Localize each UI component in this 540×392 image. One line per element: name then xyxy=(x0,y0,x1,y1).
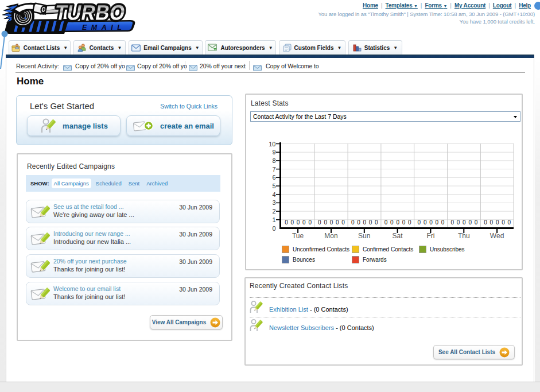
svg-text:Tue: Tue xyxy=(292,232,304,240)
svg-text:0: 0 xyxy=(363,219,367,226)
svg-text:0: 0 xyxy=(291,219,294,226)
svg-text:9: 9 xyxy=(272,149,275,156)
svg-text:0: 0 xyxy=(351,219,355,226)
svg-text:5: 5 xyxy=(272,183,275,189)
svg-text:0: 0 xyxy=(357,219,360,226)
svg-text:0: 0 xyxy=(272,225,275,232)
svg-text:0: 0 xyxy=(390,219,394,226)
svg-text:0: 0 xyxy=(468,219,472,226)
svg-text:0: 0 xyxy=(384,219,388,226)
svg-text:0: 0 xyxy=(330,219,333,226)
svg-text:0: 0 xyxy=(308,219,312,226)
svg-text:0: 0 xyxy=(369,219,372,226)
svg-text:0: 0 xyxy=(502,219,505,226)
svg-text:0: 0 xyxy=(457,219,460,226)
svg-text:0: 0 xyxy=(341,219,345,226)
svg-text:EMAIL: EMAIL xyxy=(82,24,126,32)
svg-text:0: 0 xyxy=(408,219,411,226)
svg-text:Sun: Sun xyxy=(358,232,370,240)
svg-text:Mon: Mon xyxy=(324,232,337,240)
svg-text:0: 0 xyxy=(396,219,399,226)
svg-text:0: 0 xyxy=(402,219,406,226)
svg-text:0: 0 xyxy=(463,219,466,226)
svg-text:0: 0 xyxy=(475,219,478,226)
svg-text:0: 0 xyxy=(451,219,454,226)
svg-text:0: 0 xyxy=(508,219,511,226)
svg-text:6: 6 xyxy=(272,174,275,181)
svg-text:0: 0 xyxy=(496,219,499,226)
svg-text:0: 0 xyxy=(441,219,445,226)
svg-text:2: 2 xyxy=(272,208,275,215)
svg-text:0: 0 xyxy=(418,219,421,226)
svg-text:0: 0 xyxy=(302,219,306,226)
svg-text:Wed: Wed xyxy=(490,232,504,240)
svg-text:0: 0 xyxy=(324,219,327,226)
svg-text:1: 1 xyxy=(272,216,275,223)
svg-text:0: 0 xyxy=(424,219,427,226)
svg-text:0: 0 xyxy=(490,219,494,226)
svg-text:7: 7 xyxy=(272,166,275,173)
svg-text:0: 0 xyxy=(429,219,433,226)
svg-text:4: 4 xyxy=(272,191,275,198)
svg-text:0: 0 xyxy=(375,219,378,226)
svg-text:0: 0 xyxy=(336,219,339,226)
svg-text:3: 3 xyxy=(272,199,275,206)
svg-text:10: 10 xyxy=(269,141,275,148)
svg-text:8: 8 xyxy=(272,157,275,164)
svg-text:Fri: Fri xyxy=(426,232,434,240)
svg-text:0: 0 xyxy=(436,219,439,226)
svg-text:0: 0 xyxy=(285,219,288,226)
svg-text:Thu: Thu xyxy=(458,232,470,240)
svg-text:0: 0 xyxy=(318,219,321,226)
svg-text:0: 0 xyxy=(297,219,300,226)
svg-text:Sat: Sat xyxy=(393,232,403,240)
svg-text:0: 0 xyxy=(484,219,487,226)
